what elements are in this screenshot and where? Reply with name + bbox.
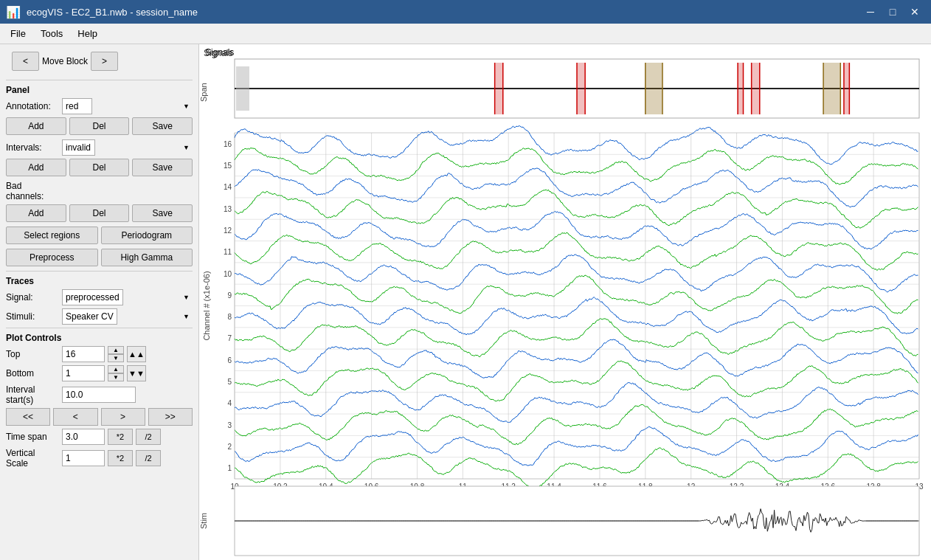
main-plot-canvas[interactable] <box>199 44 931 560</box>
minimize-button[interactable]: ─ <box>860 1 881 22</box>
annotation-del-button[interactable]: Del <box>69 117 130 135</box>
seek-next-button[interactable]: > <box>101 408 145 426</box>
time-span-input[interactable] <box>62 429 105 445</box>
next-block-button[interactable]: > <box>91 52 118 71</box>
interval-start-input[interactable] <box>62 387 136 403</box>
top-label: Top <box>6 349 59 359</box>
intervals-add-button[interactable]: Add <box>6 159 66 176</box>
seek-end-button[interactable]: >> <box>148 408 193 426</box>
annotation-add-button[interactable]: Add <box>6 117 66 135</box>
stimuli-select[interactable]: Speaker CV None <box>62 308 117 325</box>
intervals-save-button[interactable]: Save <box>132 159 193 176</box>
right-panel: Signals <box>199 44 931 560</box>
close-button[interactable]: ✕ <box>904 1 925 22</box>
vertical-scale-label: Vertical Scale <box>6 448 59 469</box>
menu-bar: File Tools Help <box>0 24 931 44</box>
annotation-label: Annotation: <box>6 101 59 111</box>
intervals-label: Intervals: <box>6 142 59 153</box>
traces-section-title: Traces <box>6 276 193 286</box>
bottom-input[interactable] <box>62 365 105 381</box>
bad-channels-save-button[interactable]: Save <box>132 204 193 222</box>
annotation-save-button[interactable]: Save <box>132 117 193 135</box>
vertical-scale-input[interactable] <box>62 450 105 466</box>
periodogram-button[interactable]: Periodogram <box>101 227 193 244</box>
high-gamma-button[interactable]: High Gamma <box>101 249 193 266</box>
bad-channels-label: Bad channels: <box>6 181 59 201</box>
move-block-label: Move Block <box>42 56 88 66</box>
bottom-double-down-button[interactable]: ▼▼ <box>127 365 146 381</box>
plot-controls-title: Plot Controls <box>6 333 193 343</box>
bottom-label: Bottom <box>6 368 59 378</box>
signal-select[interactable]: preprocessed raw <box>62 289 123 305</box>
time-span-label: Time span <box>6 432 59 442</box>
top-down-button[interactable]: ▼ <box>108 354 124 362</box>
bad-channels-del-button[interactable]: Del <box>69 204 130 222</box>
preprocess-button[interactable]: Preprocess <box>6 249 98 266</box>
time-span-mult2-button[interactable]: *2 <box>108 429 133 445</box>
select-regions-button[interactable]: Select regions <box>6 227 98 244</box>
prev-block-button[interactable]: < <box>12 52 39 71</box>
window-title: ecogVIS - EC2_B1.nwb - session_name <box>27 7 198 18</box>
maximize-button[interactable]: □ <box>882 1 903 22</box>
bottom-down-button[interactable]: ▼ <box>108 373 124 381</box>
signal-label: Signal: <box>6 292 59 303</box>
intervals-select[interactable]: invalid valid <box>62 139 95 156</box>
title-bar: 📊 ecogVIS - EC2_B1.nwb - session_name ─ … <box>0 0 931 24</box>
menu-tools[interactable]: Tools <box>33 25 70 42</box>
signals-title: Signals <box>205 47 234 58</box>
left-panel: < Move Block > Panel Annotation: red blu… <box>0 44 199 560</box>
seek-prev-button[interactable]: < <box>53 408 97 426</box>
top-double-up-button[interactable]: ▲▲ <box>127 346 146 362</box>
annotation-select[interactable]: red blue green <box>62 98 92 114</box>
stimuli-label: Stimuli: <box>6 311 59 322</box>
menu-file[interactable]: File <box>3 25 33 42</box>
seek-start-button[interactable]: << <box>6 408 50 426</box>
vertical-scale-mult2-button[interactable]: *2 <box>108 450 133 466</box>
top-input[interactable] <box>62 346 105 362</box>
interval-start-label: Interval start(s) <box>6 384 59 405</box>
intervals-del-button[interactable]: Del <box>69 159 130 176</box>
app-icon: 📊 <box>6 5 21 19</box>
top-up-button[interactable]: ▲ <box>108 346 124 354</box>
time-span-div2-button[interactable]: /2 <box>136 429 161 445</box>
menu-help[interactable]: Help <box>70 25 105 42</box>
bottom-up-button[interactable]: ▲ <box>108 365 124 373</box>
panel-section-title: Panel <box>6 85 193 95</box>
main-content: < Move Block > Panel Annotation: red blu… <box>0 44 931 560</box>
vertical-scale-div2-button[interactable]: /2 <box>136 450 161 466</box>
bad-channels-add-button[interactable]: Add <box>6 204 66 222</box>
